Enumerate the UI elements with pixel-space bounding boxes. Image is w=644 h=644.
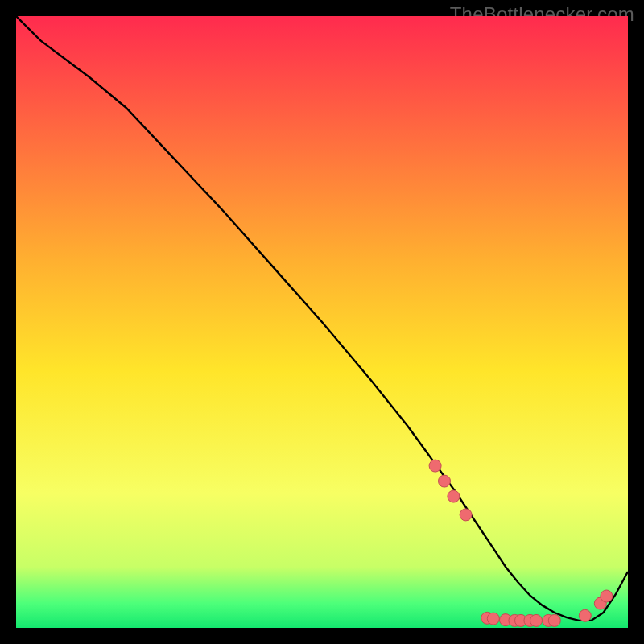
chart-frame: TheBottlenecker.com [0,0,644,644]
data-marker [548,614,560,626]
data-marker [460,509,472,521]
plot-area [16,16,628,628]
data-marker [530,614,543,626]
data-marker [579,609,591,621]
data-marker [448,490,460,502]
data-marker [429,460,441,472]
chart-svg [16,16,628,628]
data-marker [601,590,613,602]
data-marker [487,613,499,625]
data-marker [439,475,451,487]
